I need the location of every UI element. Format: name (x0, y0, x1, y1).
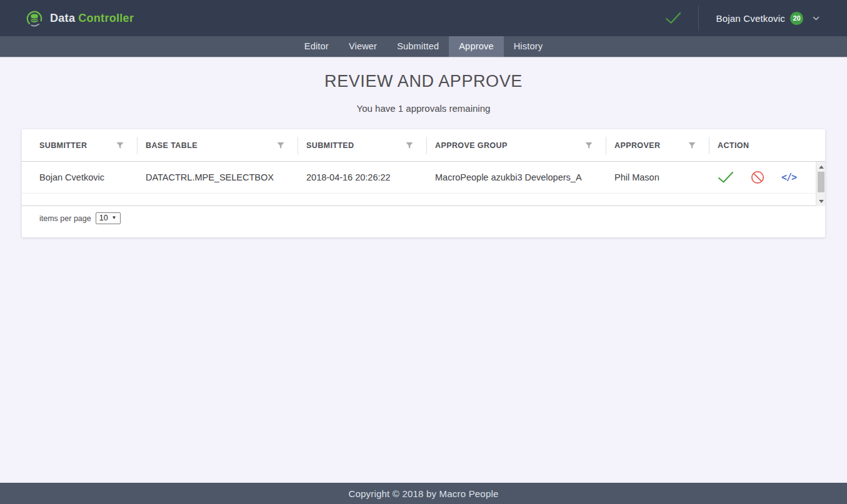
column-header-action: ACTION (709, 129, 825, 161)
items-per-page-select[interactable]: 10 ▼ (96, 212, 121, 224)
column-header-submitter: SUBMITTER (22, 129, 138, 161)
chevron-down-icon[interactable] (813, 16, 819, 21)
approvals-table-card: SUBMITTER BASE TABLE SUBMITTED (22, 129, 825, 237)
approvals-remaining-text: You have 1 approvals remaining (0, 103, 847, 114)
app-header: DataController Bojan Cvetkovic 20 (0, 0, 847, 36)
filter-icon[interactable] (406, 142, 413, 149)
cell-approve-group: MacroPeople azukbi3 Developers_A (427, 172, 606, 182)
table-row: Bojan Cvetkovic DATACTRL.MPE_SELECTBOX 2… (22, 162, 825, 194)
check-icon[interactable] (665, 12, 681, 24)
app-logo[interactable]: DataController (25, 9, 134, 27)
scroll-up-icon[interactable] (816, 162, 826, 171)
table-header-row: SUBMITTER BASE TABLE SUBMITTED (22, 129, 825, 162)
scroll-down-icon[interactable] (816, 197, 826, 205)
tab-viewer[interactable]: Viewer (339, 36, 387, 57)
column-header-approve-group: APPROVE GROUP (427, 129, 606, 161)
tab-history[interactable]: History (504, 36, 553, 57)
reject-block-icon[interactable] (751, 170, 764, 184)
column-header-base-table: BASE TABLE (138, 129, 298, 161)
app-title: DataController (50, 12, 134, 25)
view-code-icon[interactable]: </> (781, 172, 796, 183)
copyright-text: Copyright © 2018 by Macro People (348, 488, 498, 499)
filter-icon[interactable] (585, 142, 593, 149)
page-title: REVIEW AND APPROVE (0, 72, 847, 91)
column-header-submitted: SUBMITTED (298, 129, 427, 161)
filter-icon[interactable] (688, 142, 696, 149)
tab-submitted[interactable]: Submitted (387, 36, 449, 57)
approvals-count-badge: 20 (790, 12, 803, 25)
tab-editor[interactable]: Editor (294, 36, 339, 57)
cell-actions: </> (709, 170, 825, 184)
tab-approve[interactable]: Approve (449, 36, 503, 57)
filter-icon[interactable] (277, 142, 284, 149)
cell-base-table: DATACTRL.MPE_SELECTBOX (138, 172, 298, 182)
scrollbar-thumb[interactable] (818, 172, 824, 192)
table-body: Bojan Cvetkovic DATACTRL.MPE_SELECTBOX 2… (22, 162, 825, 206)
database-sync-icon (25, 9, 44, 27)
table-pagination: items per page 10 ▼ (22, 206, 825, 237)
main-content: REVIEW AND APPROVE You have 1 approvals … (0, 57, 847, 483)
app-footer: Copyright © 2018 by Macro People (0, 483, 847, 504)
column-header-approver: APPROVER (606, 129, 709, 161)
user-menu-name[interactable]: Bojan Cvetkovic (716, 13, 785, 24)
cell-submitter: Bojan Cvetkovic (22, 172, 138, 182)
cell-submitted: 2018-04-16 20:26:22 (298, 172, 427, 182)
approve-check-icon[interactable] (718, 171, 734, 184)
select-dropdown-icon: ▼ (112, 215, 117, 220)
items-per-page-label: items per page (39, 214, 91, 223)
main-nav: Editor Viewer Submitted Approve History (0, 36, 847, 57)
header-divider (698, 6, 699, 31)
table-scrollbar[interactable] (816, 162, 825, 206)
cell-approver: Phil Mason (606, 172, 709, 182)
filter-icon[interactable] (116, 142, 124, 149)
